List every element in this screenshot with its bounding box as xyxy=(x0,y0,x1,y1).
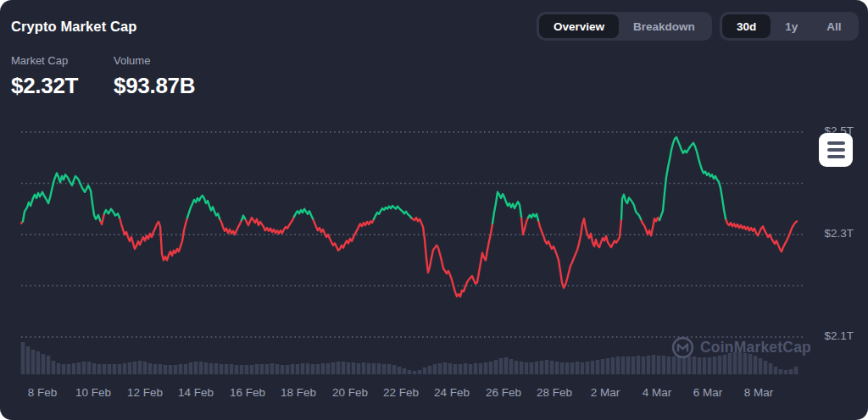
volume-bar xyxy=(576,362,580,374)
volume-bar xyxy=(286,365,290,374)
x-tick-label: 22 Feb xyxy=(383,386,419,399)
volume-bar xyxy=(347,362,351,374)
volume-bar xyxy=(535,362,539,374)
volume-bar xyxy=(311,364,315,374)
volume-bar xyxy=(789,369,793,374)
volume-bar xyxy=(759,358,763,374)
volume-bar xyxy=(616,356,620,374)
volume-bar xyxy=(565,362,570,374)
volume-bar xyxy=(484,362,488,374)
volume-bar xyxy=(459,364,463,374)
volume-bar xyxy=(596,360,600,374)
x-tick-label: 4 Mar xyxy=(643,386,672,399)
coinmarketcap-logo-icon xyxy=(671,336,694,359)
volume-bar xyxy=(550,361,554,374)
menu-icon xyxy=(827,141,845,145)
volume-bar xyxy=(72,363,76,374)
x-tick-label: 2 Mar xyxy=(591,386,620,399)
volume-bar xyxy=(408,370,412,374)
volume-bar xyxy=(713,356,717,374)
market-line-down-path xyxy=(21,213,797,296)
volume-bar xyxy=(123,363,127,374)
volume-bar xyxy=(642,356,646,374)
volume-bar xyxy=(331,362,336,374)
market-line-up-path xyxy=(23,137,726,224)
volume-bar xyxy=(560,362,565,374)
volume-bar xyxy=(469,364,473,374)
volume-bar xyxy=(342,362,346,374)
x-tick-label: 18 Feb xyxy=(281,386,316,399)
volume-bar xyxy=(230,364,234,374)
volume-bar xyxy=(372,363,376,374)
volume-bar xyxy=(433,364,437,374)
volume-bar xyxy=(148,363,153,374)
volume-bar xyxy=(601,359,605,374)
volume-bar xyxy=(265,364,270,374)
volume-bar xyxy=(352,362,356,374)
volume-bar xyxy=(423,368,427,374)
volume-bar xyxy=(479,363,483,374)
volume-bar xyxy=(418,370,422,374)
x-tick-label: 24 Feb xyxy=(434,386,470,399)
volume-bar xyxy=(367,363,371,374)
volume-bar xyxy=(413,371,417,374)
volume-bar xyxy=(652,355,656,374)
volume-bar xyxy=(92,363,97,374)
volume-bar xyxy=(260,364,264,374)
volume-bar xyxy=(62,364,66,374)
volume-bar xyxy=(581,362,585,374)
volume-bar xyxy=(398,367,402,374)
volume-bar xyxy=(281,365,285,374)
volume-bar xyxy=(26,346,31,374)
volume-bar xyxy=(321,363,326,374)
volume-bar xyxy=(779,369,783,374)
volume-bar xyxy=(606,358,610,374)
volume-bar xyxy=(250,365,254,374)
volume-bar xyxy=(530,362,534,374)
x-tick-label: 20 Feb xyxy=(332,386,368,399)
volume-bar xyxy=(520,362,524,374)
volume-bar xyxy=(31,350,36,374)
volume-bar xyxy=(296,364,300,374)
volume-bar xyxy=(204,362,209,374)
volume-bar xyxy=(794,367,798,374)
volume-bar xyxy=(199,362,203,374)
volume-bar xyxy=(153,364,158,374)
volume-bar xyxy=(626,356,631,374)
volume-bar xyxy=(672,356,676,374)
coinmarketcap-watermark: CoinMarketCap xyxy=(671,336,811,359)
volume-bar xyxy=(489,362,493,374)
volume-bar xyxy=(515,361,519,374)
volume-bar xyxy=(82,362,86,374)
volume-bar xyxy=(113,364,117,374)
chart-settings-button[interactable] xyxy=(819,133,853,167)
volume-bar xyxy=(97,364,102,374)
volume-bar xyxy=(159,364,163,374)
volume-bar xyxy=(591,361,595,374)
volume-bar xyxy=(57,363,61,374)
volume-bar xyxy=(240,365,244,374)
volume-bar xyxy=(245,365,249,374)
volume-bar xyxy=(703,357,707,374)
volume-bar xyxy=(667,356,671,374)
watermark-text: CoinMarketCap xyxy=(700,339,811,356)
x-tick-label: 8 Feb xyxy=(28,386,58,399)
x-tick-label: 10 Feb xyxy=(75,386,111,399)
volume-bar xyxy=(362,362,366,374)
volume-bar xyxy=(270,363,275,374)
volume-bar xyxy=(443,362,448,374)
volume-bar xyxy=(357,363,361,374)
menu-icon xyxy=(827,148,845,152)
volume-bar xyxy=(189,362,193,374)
gridlines xyxy=(21,132,805,337)
volume-bar xyxy=(504,357,509,374)
volume-bar xyxy=(428,366,432,374)
volume-bar xyxy=(179,364,183,374)
volume-bar xyxy=(214,363,219,374)
volume-bar xyxy=(387,364,392,374)
volume-bar xyxy=(301,363,305,374)
volume-bar xyxy=(647,356,651,374)
volume-bar xyxy=(220,364,224,374)
volume-bar xyxy=(525,362,529,374)
volume-bar xyxy=(143,362,147,374)
